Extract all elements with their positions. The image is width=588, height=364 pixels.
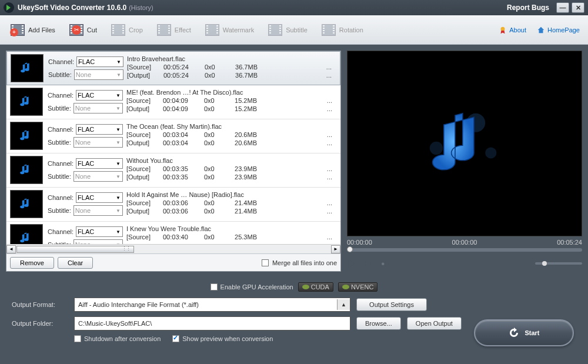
cut-button[interactable]: ✂ Cut <box>64 19 102 41</box>
channel-select[interactable]: FLAC▼ <box>76 124 123 135</box>
history-link[interactable]: (History) <box>129 4 153 11</box>
source-duration: 00:03:40 <box>163 233 197 241</box>
svg-point-3 <box>430 142 443 155</box>
scroll-left-button[interactable]: ◄ <box>6 245 16 253</box>
preview-checkbox[interactable] <box>172 335 179 342</box>
channel-label: Channel: <box>48 228 74 235</box>
horizontal-scrollbar[interactable]: ◄ ► <box>6 244 340 253</box>
player-controls: ▾ <box>347 255 582 272</box>
preview-label: Show preview when conversion <box>182 335 273 342</box>
source-more-button[interactable]: ... <box>327 165 337 172</box>
scroll-right-button[interactable]: ► <box>331 245 340 253</box>
output-resolution: 0x0 <box>204 105 220 112</box>
channel-select[interactable]: FLAC▼ <box>76 192 123 203</box>
clear-button[interactable]: Clear <box>58 257 93 269</box>
output-more-button[interactable]: ... <box>326 72 336 79</box>
chevron-down-icon: ▼ <box>114 106 122 111</box>
source-more-button[interactable]: ... <box>327 199 337 206</box>
report-bugs-link[interactable]: Report Bugs <box>507 4 549 12</box>
gpu-checkbox[interactable] <box>211 283 218 290</box>
source-more-button[interactable]: ... <box>327 131 337 138</box>
output-tag: [Output] <box>126 139 156 146</box>
app-logo-icon <box>4 2 14 13</box>
merge-checkbox[interactable] <box>262 259 269 266</box>
film-cut-icon: ✂ <box>69 24 83 36</box>
file-thumbnail <box>10 224 43 244</box>
file-item[interactable]: Channel: FLAC▼ Subtitle: None▼ I Knew Yo… <box>6 222 340 244</box>
browse-button[interactable]: Browse... <box>356 317 401 330</box>
remove-button[interactable]: Remove <box>10 257 54 269</box>
window-version: 10.6.0 <box>107 4 126 12</box>
channel-select[interactable]: FLAC▼ <box>76 90 123 101</box>
subtitle-button[interactable]: Subtitle <box>262 19 312 41</box>
chevron-down-icon: ▼ <box>114 174 122 179</box>
source-duration: 00:03:35 <box>163 165 197 172</box>
file-thumbnail <box>10 122 43 150</box>
output-format-select[interactable]: Aiff - Audio Interchange File Format (*.… <box>74 298 350 312</box>
crop-button[interactable]: Crop <box>105 19 148 41</box>
output-folder-label: Output Folder: <box>12 320 68 327</box>
chevron-down-icon: ▼ <box>114 127 122 132</box>
watermark-button[interactable]: Watermark <box>199 19 259 41</box>
output-more-button[interactable]: ... <box>327 208 337 215</box>
subtitle-select[interactable]: None▼ <box>74 103 123 113</box>
file-name: The Ocean (feat. Shy Martin).flac <box>126 123 337 130</box>
snapshot-button[interactable]: ▾ <box>380 259 389 268</box>
file-list[interactable]: Channel: FLAC▼ Subtitle: None▼ Intro Bra… <box>6 51 340 244</box>
file-name: Hold It Against Me … Nause) [Radio].flac <box>126 191 337 198</box>
channel-label: Channel: <box>48 160 74 167</box>
output-size: 20.6MB <box>228 139 257 146</box>
source-more-button[interactable]: ... <box>326 64 336 71</box>
file-thumbnail <box>10 156 43 184</box>
start-button[interactable]: Start <box>474 319 574 346</box>
output-more-button[interactable]: ... <box>327 173 337 181</box>
subtitle-select[interactable]: None▼ <box>74 239 123 244</box>
source-more-button[interactable]: ... <box>327 97 337 104</box>
time-end: 00:05:24 <box>504 239 582 246</box>
file-item[interactable]: Channel: FLAC▼ Subtitle: None▼ The Ocean… <box>6 119 340 153</box>
homepage-link[interactable]: HomePage <box>533 26 583 34</box>
effect-button[interactable]: Effect <box>151 19 196 41</box>
source-resolution: 0x0 <box>204 233 220 241</box>
stop-button[interactable] <box>363 259 373 268</box>
file-item[interactable]: Channel: FLAC▼ Subtitle: None▼ Intro Bra… <box>6 51 340 85</box>
svg-point-2 <box>485 147 496 158</box>
subtitle-select[interactable]: None▼ <box>74 69 123 80</box>
homepage-label: HomePage <box>547 26 580 34</box>
volume-icon[interactable] <box>519 259 528 268</box>
shutdown-checkbox[interactable] <box>74 335 81 342</box>
subtitle-select[interactable]: None▼ <box>74 137 123 148</box>
source-more-button[interactable]: ... <box>327 233 337 241</box>
rotation-label: Rotation <box>339 26 363 34</box>
source-size: 25.3MB <box>228 233 257 241</box>
film-watermark-icon <box>205 24 219 36</box>
channel-select[interactable]: FLAC▼ <box>76 56 123 67</box>
scroll-thumb[interactable] <box>16 246 134 253</box>
file-item[interactable]: Channel: FLAC▼ Subtitle: None▼ Hold It A… <box>6 188 340 222</box>
channel-label: Channel: <box>48 194 74 201</box>
subtitle-select[interactable]: None▼ <box>74 205 123 216</box>
close-button[interactable]: ✕ <box>572 2 584 13</box>
minimize-button[interactable]: — <box>556 2 569 13</box>
source-tag: [Source] <box>126 131 156 138</box>
output-folder-input[interactable]: C:\Music-UkeySoft\FLAC\ <box>74 316 350 330</box>
output-settings-button[interactable]: Output Settings <box>356 298 427 311</box>
output-more-button[interactable]: ... <box>327 105 337 112</box>
file-item[interactable]: Channel: FLAC▼ Subtitle: None▼ Without Y… <box>6 153 340 188</box>
output-more-button[interactable]: ... <box>327 139 337 146</box>
channel-select[interactable]: FLAC▼ <box>76 158 123 169</box>
volume-slider[interactable] <box>535 262 582 265</box>
add-files-button[interactable]: + Add Files <box>5 19 60 41</box>
subtitle-label: Subtitle: <box>48 71 72 78</box>
svg-point-6 <box>382 263 385 266</box>
subtitle-select[interactable]: None▼ <box>74 171 123 182</box>
file-item[interactable]: Channel: FLAC▼ Subtitle: None▼ ME! (feat… <box>6 85 340 119</box>
seek-slider[interactable] <box>347 248 582 252</box>
subtitle-label: Subtitle: <box>48 207 71 214</box>
channel-select[interactable]: FLAC▼ <box>76 226 123 237</box>
rotation-button[interactable]: Rotation <box>316 19 368 41</box>
about-link[interactable]: About <box>495 26 530 34</box>
output-format-label: Output Format: <box>12 301 68 308</box>
play-button[interactable] <box>347 259 356 268</box>
open-output-button[interactable]: Open Output <box>407 317 462 330</box>
